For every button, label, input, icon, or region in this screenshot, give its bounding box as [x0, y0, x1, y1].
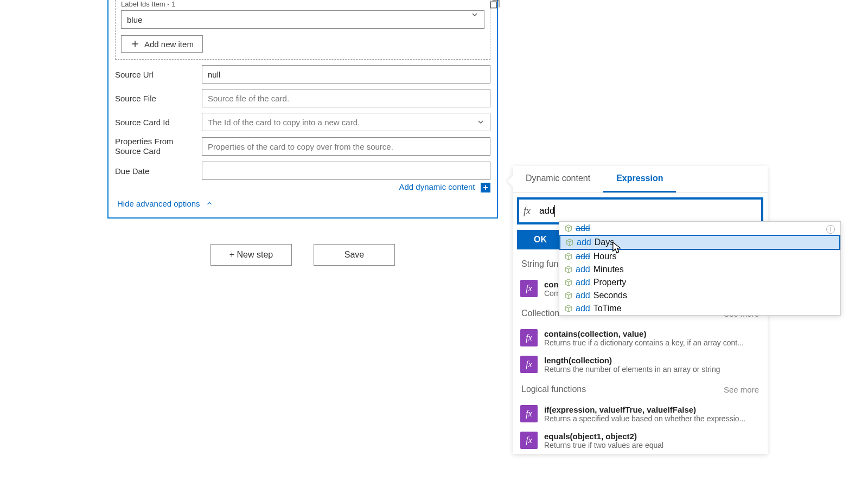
autocomplete-item-addtotime[interactable]: addToTime: [559, 302, 840, 315]
cube-icon: [565, 305, 572, 312]
due-date-input[interactable]: [202, 162, 490, 180]
cube-icon: [565, 224, 572, 232]
source-file-label: Source File: [115, 94, 202, 103]
fx-tile-icon: fx: [520, 405, 538, 422]
cube-icon: [565, 292, 572, 299]
flyout-tabs: Dynamic content Expression: [513, 166, 768, 193]
info-icon[interactable]: i: [826, 225, 835, 234]
add-new-item-button[interactable]: Add new item: [121, 35, 203, 53]
new-step-button[interactable]: + New step: [210, 244, 292, 266]
cube-icon: [566, 239, 573, 246]
autocomplete-item-add[interactable]: add: [559, 222, 840, 235]
label-ids-group: Label Ids Item - 1 blue Add new item: [115, 0, 490, 60]
fx-icon: fx: [524, 206, 531, 217]
chevron-down-icon: [470, 10, 479, 19]
source-card-id-dropdown[interactable]: The Id of the card to copy into a new ca…: [202, 113, 490, 131]
see-more-logical[interactable]: See more: [724, 385, 759, 394]
fn-length[interactable]: fx length(collection) Returns the number…: [513, 351, 768, 378]
autocomplete-popup: i addaddDaysaddHoursaddMinutesaddPropert…: [559, 221, 841, 316]
source-card-id-label: Source Card Id: [115, 118, 202, 127]
props-source-label: Properties From Source Card: [115, 137, 202, 156]
plus-icon: [130, 39, 140, 49]
label-ids-dropdown[interactable]: blue: [121, 10, 484, 29]
autocomplete-item-adddays[interactable]: addDays: [559, 235, 840, 250]
add-new-item-label: Add new item: [144, 40, 194, 49]
action-card-panel: Label Ids Item - 1 blue Add new item Sou…: [107, 0, 498, 219]
fn-equals[interactable]: fx equals(object1, object2) Returns true…: [513, 427, 768, 454]
due-date-label: Due Date: [115, 166, 202, 176]
expression-input-wrapper: fx add: [517, 197, 763, 224]
flyout-caret-icon: [507, 176, 513, 187]
tab-dynamic-content[interactable]: Dynamic content: [513, 166, 603, 192]
add-dynamic-plus-icon[interactable]: +: [481, 183, 490, 192]
fx-tile-icon: fx: [520, 329, 538, 346]
fn-contains[interactable]: fx contains(collection, value) Returns t…: [513, 325, 768, 351]
expression-input[interactable]: add: [539, 205, 757, 217]
fx-tile-icon: fx: [520, 280, 538, 297]
workflow-footer-buttons: + New step Save: [107, 244, 498, 266]
switch-array-icon[interactable]: [490, 0, 500, 10]
cube-icon: [565, 279, 572, 286]
autocomplete-item-addminutes[interactable]: addMinutes: [559, 263, 840, 276]
svg-rect-0: [490, 2, 496, 8]
section-logical: Logical functions See more: [513, 378, 768, 401]
chevron-up-icon: [206, 200, 213, 207]
source-url-input[interactable]: null: [202, 65, 490, 84]
cursor-icon: [612, 241, 622, 254]
autocomplete-item-addseconds[interactable]: addSeconds: [559, 289, 840, 302]
save-button[interactable]: Save: [314, 244, 395, 266]
fn-if[interactable]: fx if(expression, valueIfTrue, valueIfFa…: [513, 401, 768, 427]
autocomplete-item-addhours[interactable]: addHours: [559, 250, 840, 263]
add-dynamic-content-link[interactable]: Add dynamic content: [399, 182, 475, 191]
chevron-down-icon: [476, 118, 485, 126]
cube-icon: [565, 253, 572, 260]
cube-icon: [565, 266, 572, 273]
fx-tile-icon: fx: [520, 356, 538, 373]
props-source-input[interactable]: Properties of the card to copy over from…: [202, 137, 490, 156]
tab-expression[interactable]: Expression: [603, 166, 676, 192]
source-file-input[interactable]: Source file of the card.: [202, 89, 490, 107]
source-url-label: Source Url: [115, 70, 202, 79]
hide-advanced-toggle[interactable]: Hide advanced options: [117, 199, 213, 208]
autocomplete-item-addproperty[interactable]: addProperty: [559, 276, 840, 289]
label-ids-caption: Label Ids Item - 1: [121, 0, 484, 8]
fx-tile-icon: fx: [520, 432, 538, 449]
ok-button[interactable]: OK: [517, 230, 564, 249]
label-ids-value: blue: [127, 15, 142, 24]
